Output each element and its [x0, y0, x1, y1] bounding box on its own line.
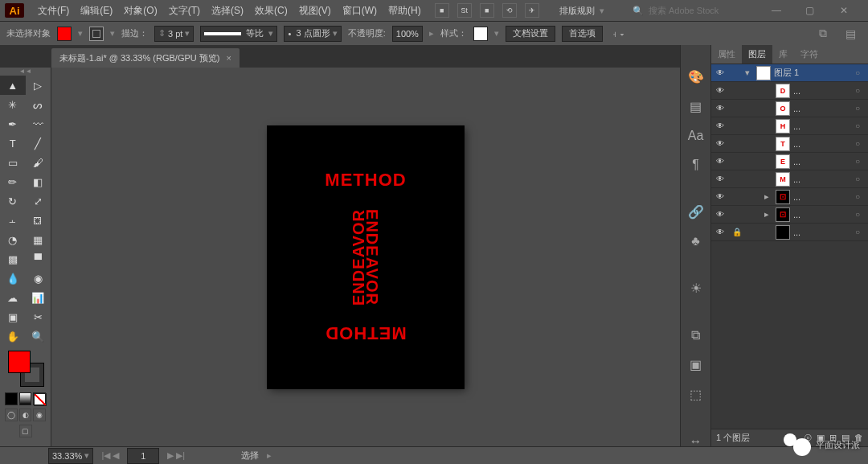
- perspective-tool[interactable]: ▦: [26, 230, 51, 249]
- layer-row[interactable]: 👁▾图层 1○: [711, 64, 868, 82]
- rail-icon-4[interactable]: 🔗: [687, 204, 705, 220]
- minimize-button[interactable]: —: [765, 2, 788, 18]
- fill-swatch[interactable]: [57, 27, 72, 41]
- free-transform-tool[interactable]: ⛋: [26, 211, 51, 230]
- align-icon[interactable]: ⫞ ▾: [612, 29, 624, 39]
- pen-tool[interactable]: ✒: [0, 114, 26, 133]
- menu-文字t[interactable]: 文字(T): [163, 0, 206, 21]
- width-tool[interactable]: ⫠: [0, 211, 26, 230]
- direct-selection-tool[interactable]: ▷: [26, 76, 51, 95]
- search-input[interactable]: [649, 6, 737, 15]
- line-tool[interactable]: ╱: [26, 133, 51, 153]
- menu-对象o[interactable]: 对象(O): [118, 0, 162, 21]
- lasso-tool[interactable]: ᔕ: [26, 95, 51, 114]
- draw-inside[interactable]: ◉: [33, 409, 46, 421]
- gradient-tool[interactable]: ▀: [26, 249, 51, 269]
- curvature-tool[interactable]: 〰: [26, 114, 51, 133]
- rail-icon-5[interactable]: ♣: [687, 234, 705, 248]
- selection-tool[interactable]: ▲: [0, 76, 26, 95]
- target-icon[interactable]: ○: [855, 121, 868, 130]
- artwork-text-right[interactable]: ENDEAVOR: [363, 209, 382, 306]
- blend-tool[interactable]: ◉: [26, 269, 51, 288]
- rotate-tool[interactable]: ↻: [0, 191, 26, 211]
- shaper-tool[interactable]: ✏: [0, 172, 26, 191]
- rail-icon-0[interactable]: 🎨: [687, 69, 705, 84]
- menu-帮助h[interactable]: 帮助(H): [383, 0, 427, 21]
- panel-tab-图层[interactable]: 图层: [742, 45, 772, 64]
- visibility-toggle[interactable]: 👁: [711, 121, 729, 130]
- search-stock[interactable]: 🔍: [633, 6, 737, 16]
- menubar-extra-1[interactable]: St: [457, 3, 472, 18]
- hand-tool[interactable]: ✋: [0, 326, 26, 346]
- target-icon[interactable]: ○: [855, 68, 868, 77]
- menu-编辑e[interactable]: 编辑(E): [75, 0, 118, 21]
- tab-close-icon[interactable]: ×: [226, 53, 231, 63]
- layer-row[interactable]: 👁▸⊡...○: [711, 206, 868, 224]
- layer-row[interactable]: 👁🔒...○: [711, 224, 868, 241]
- panel-tab-属性[interactable]: 属性: [711, 45, 742, 64]
- eyedropper-tool[interactable]: 💧: [0, 269, 26, 288]
- target-icon[interactable]: ○: [855, 228, 868, 236]
- rail-icon-7[interactable]: ⧉: [687, 328, 705, 343]
- panel-tab-字符[interactable]: 字符: [794, 45, 825, 64]
- opacity-input[interactable]: 100%: [392, 26, 423, 42]
- layer-row[interactable]: 👁D...○: [711, 82, 868, 100]
- preferences-button[interactable]: 首选项: [562, 26, 603, 42]
- layer-row[interactable]: 👁T...○: [711, 135, 868, 153]
- delete-layer-icon[interactable]: 🗑: [854, 433, 863, 443]
- clip-mask-icon[interactable]: ▣: [817, 433, 825, 443]
- menubar-extra-3[interactable]: ⟲: [502, 3, 517, 18]
- graph-tool[interactable]: 📊: [26, 288, 51, 307]
- target-icon[interactable]: ○: [855, 139, 868, 148]
- layer-row[interactable]: 👁M...○: [711, 170, 868, 188]
- arrange-rules-dropdown[interactable]: 排版规则▾: [559, 5, 604, 17]
- rail-icon-2[interactable]: Aa: [687, 129, 705, 143]
- mesh-tool[interactable]: ▩: [0, 249, 26, 269]
- menubar-extra-4[interactable]: ✈: [525, 3, 539, 18]
- paintbrush-tool[interactable]: 🖌: [26, 153, 51, 172]
- artboard-tool[interactable]: ▣: [0, 307, 26, 326]
- visibility-toggle[interactable]: 👁: [711, 228, 729, 236]
- menubar-extra-2[interactable]: ■: [480, 3, 494, 18]
- artboard-number[interactable]: 1: [127, 448, 159, 464]
- stroke-swatch[interactable]: [89, 27, 104, 41]
- visibility-toggle[interactable]: 👁: [711, 175, 729, 183]
- status-dropdown-icon[interactable]: ▸: [267, 450, 272, 461]
- eraser-tool[interactable]: ◧: [26, 172, 51, 191]
- color-btn[interactable]: [5, 392, 18, 405]
- brush-def[interactable]: • 3 点圆形 ▾: [284, 26, 341, 42]
- target-icon[interactable]: ○: [855, 86, 868, 95]
- maximize-button[interactable]: ▢: [799, 2, 821, 18]
- rail-icon-8[interactable]: ▣: [687, 357, 705, 372]
- fill-stroke-indicator[interactable]: [8, 351, 43, 386]
- target-icon[interactable]: ○: [855, 157, 868, 166]
- draw-normal[interactable]: ◯: [5, 409, 18, 421]
- panel-tab-库[interactable]: 库: [772, 45, 794, 64]
- visibility-toggle[interactable]: 👁: [711, 157, 729, 166]
- rail-icon-1[interactable]: ▤: [687, 99, 705, 114]
- scale-tool[interactable]: ⤢: [26, 191, 51, 211]
- new-layer-icon[interactable]: ▤: [841, 433, 850, 443]
- new-sublayer-icon[interactable]: ⊞: [829, 433, 837, 443]
- draw-behind[interactable]: ◐: [19, 409, 32, 421]
- panel-btn-2[interactable]: ▤: [839, 26, 862, 42]
- layer-row[interactable]: 👁O...○: [711, 100, 868, 117]
- magic-wand-tool[interactable]: ✳: [0, 95, 26, 114]
- menu-视图v[interactable]: 视图(V): [293, 0, 337, 21]
- none-btn[interactable]: [33, 392, 46, 405]
- target-icon[interactable]: ○: [855, 192, 868, 201]
- menu-选择s[interactable]: 选择(S): [206, 0, 249, 21]
- workspace[interactable]: METHOD METHOD ENDEAVOR ENDEAVOR: [51, 68, 680, 446]
- slice-tool[interactable]: ✂: [26, 307, 51, 326]
- menu-窗口w[interactable]: 窗口(W): [337, 0, 383, 21]
- artwork-text-top[interactable]: METHOD: [325, 170, 406, 191]
- rail-icon-6[interactable]: ☀: [687, 281, 705, 296]
- visibility-toggle[interactable]: 👁: [711, 68, 729, 77]
- visibility-toggle[interactable]: 👁: [711, 192, 729, 201]
- artboard-nav-next[interactable]: ▶ ▶|: [167, 450, 185, 461]
- layer-row[interactable]: 👁▸⊡...○: [711, 188, 868, 206]
- document-tab[interactable]: 未标题-1.ai* @ 33.33% (RGB/GPU 预览) ×: [51, 48, 240, 68]
- locate-layer-icon[interactable]: ⦾: [805, 433, 812, 443]
- artwork-text-bottom[interactable]: METHOD: [325, 322, 406, 343]
- rail-icon-9[interactable]: ⬚: [687, 387, 705, 402]
